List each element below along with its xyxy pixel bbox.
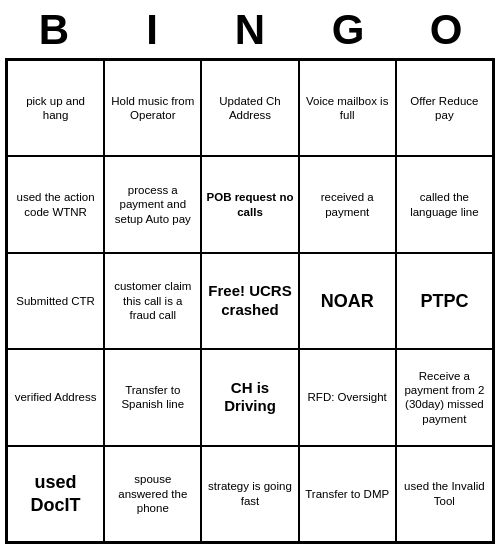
bingo-cell-20[interactable]: used DocIT	[7, 446, 104, 542]
bingo-cell-6[interactable]: process a payment and setup Auto pay	[104, 156, 201, 252]
bingo-cell-19[interactable]: Receive a payment from 2 (30day) missed …	[396, 349, 493, 445]
bingo-title: BINGO	[5, 0, 495, 58]
bingo-cell-2[interactable]: Updated Ch Address	[201, 60, 298, 156]
bingo-cell-7[interactable]: POB request no calls	[201, 156, 298, 252]
bingo-cell-9[interactable]: called the language line	[396, 156, 493, 252]
bingo-cell-15[interactable]: verified Address	[7, 349, 104, 445]
bingo-letter-g: G	[303, 6, 393, 54]
bingo-letter-b: B	[9, 6, 99, 54]
bingo-cell-17[interactable]: CH is Driving	[201, 349, 298, 445]
bingo-cell-10[interactable]: Submitted CTR	[7, 253, 104, 349]
bingo-cell-18[interactable]: RFD: Oversight	[299, 349, 396, 445]
bingo-cell-0[interactable]: pick up and hang	[7, 60, 104, 156]
bingo-cell-14[interactable]: PTPC	[396, 253, 493, 349]
bingo-cell-11[interactable]: customer claim this call is a fraud call	[104, 253, 201, 349]
bingo-cell-8[interactable]: received a payment	[299, 156, 396, 252]
bingo-cell-3[interactable]: Voice mailbox is full	[299, 60, 396, 156]
bingo-cell-5[interactable]: used the action code WTNR	[7, 156, 104, 252]
bingo-letter-n: N	[205, 6, 295, 54]
bingo-cell-16[interactable]: Transfer to Spanish line	[104, 349, 201, 445]
bingo-cell-24[interactable]: used the Invalid Tool	[396, 446, 493, 542]
bingo-cell-21[interactable]: spouse answered the phone	[104, 446, 201, 542]
bingo-cell-23[interactable]: Transfer to DMP	[299, 446, 396, 542]
bingo-letter-i: I	[107, 6, 197, 54]
bingo-cell-1[interactable]: Hold music from Operator	[104, 60, 201, 156]
bingo-cell-13[interactable]: NOAR	[299, 253, 396, 349]
bingo-cell-22[interactable]: strategy is going fast	[201, 446, 298, 542]
bingo-letter-o: O	[401, 6, 491, 54]
bingo-grid: pick up and hangHold music from Operator…	[5, 58, 495, 544]
bingo-cell-4[interactable]: Offer Reduce pay	[396, 60, 493, 156]
bingo-cell-12[interactable]: Free! UCRS crashed	[201, 253, 298, 349]
